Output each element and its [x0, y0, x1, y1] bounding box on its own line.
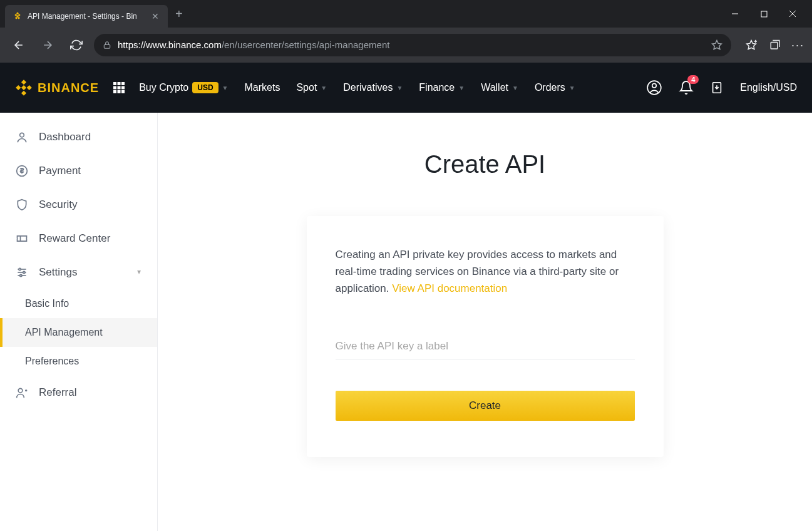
svg-point-22: [20, 133, 24, 137]
language-currency[interactable]: English/USD: [740, 82, 797, 93]
nav-orders[interactable]: Orders▼: [535, 82, 575, 93]
favorite-icon[interactable]: [711, 39, 722, 51]
nav-label: Finance: [419, 82, 455, 93]
browser-tab[interactable]: API Management - Settings - Bin ✕: [5, 5, 168, 28]
sidebar-item-security[interactable]: Security: [0, 188, 157, 222]
chevron-down-icon: ▼: [458, 85, 465, 91]
sidebar: Dashboard Payment Security Reward Center…: [0, 113, 158, 531]
nav-wallet[interactable]: Wallet▼: [481, 82, 518, 93]
forward-button[interactable]: [36, 34, 59, 56]
sidebar-item-settings[interactable]: Settings ▲: [0, 255, 157, 289]
tab-bar: API Management - Settings - Bin ✕ +: [0, 0, 812, 28]
more-menu-icon[interactable]: ···: [791, 39, 804, 52]
view-docs-link[interactable]: View API documentation: [392, 282, 507, 294]
add-user-icon: [15, 386, 29, 400]
ticket-icon: [15, 232, 29, 245]
page-title: Create API: [424, 150, 545, 178]
download-icon[interactable]: [710, 81, 724, 95]
url-box[interactable]: https://www.binance.com/en/usercenter/se…: [94, 34, 731, 56]
sidebar-item-referral[interactable]: Referral: [0, 376, 157, 410]
dollar-icon: [15, 164, 29, 178]
nav-markets[interactable]: Markets: [245, 82, 280, 93]
refresh-button[interactable]: [65, 34, 88, 56]
tab-title: API Management - Settings - Bin: [28, 12, 145, 21]
window-controls: [721, 4, 807, 24]
nav-label: Wallet: [481, 82, 508, 93]
svg-rect-14: [118, 86, 121, 90]
svg-point-29: [20, 274, 22, 276]
nav-spot[interactable]: Spot▼: [296, 82, 327, 93]
chevron-down-icon: ▼: [396, 85, 403, 91]
sidebar-label: Settings: [39, 266, 77, 279]
nav-finance[interactable]: Finance▼: [419, 82, 465, 93]
chevron-down-icon: ▼: [321, 85, 327, 91]
sidebar-label: Referral: [39, 386, 76, 399]
svg-rect-15: [121, 86, 125, 90]
svg-rect-17: [118, 90, 121, 93]
usd-badge: USD: [192, 82, 218, 93]
svg-rect-10: [113, 82, 116, 85]
svg-point-28: [23, 271, 25, 273]
sidebar-sub-preferences[interactable]: Preferences: [0, 347, 157, 376]
nav-label: Buy Crypto: [139, 82, 188, 93]
address-bar: https://www.binance.com/en/usercenter/se…: [0, 28, 812, 63]
lock-icon: [103, 41, 111, 49]
sidebar-label: Reward Center: [39, 232, 110, 245]
chevron-down-icon: ▼: [569, 85, 575, 91]
minimize-button[interactable]: [721, 4, 749, 24]
create-button[interactable]: Create: [336, 391, 635, 421]
sidebar-item-dashboard[interactable]: Dashboard: [0, 120, 157, 154]
account-icon[interactable]: [646, 80, 662, 96]
svg-rect-12: [121, 82, 125, 85]
close-window-button[interactable]: [778, 4, 807, 24]
shield-icon: [15, 198, 29, 212]
site-header: BINANCE Buy Crypto USD ▼ Markets Spot▼ D…: [0, 63, 812, 113]
svg-rect-11: [118, 82, 121, 85]
svg-rect-9: [771, 43, 778, 49]
svg-rect-1: [761, 11, 767, 17]
sidebar-label: Payment: [39, 165, 81, 177]
logo[interactable]: BINANCE: [15, 79, 99, 96]
notifications-icon[interactable]: 4: [679, 80, 694, 95]
nav-buy-crypto[interactable]: Buy Crypto USD ▼: [139, 82, 228, 93]
sidebar-item-reward-center[interactable]: Reward Center: [0, 222, 157, 255]
create-api-card: Creating an API private key provides acc…: [307, 216, 664, 457]
header-right: 4 English/USD: [646, 80, 797, 96]
chevron-up-icon: ▲: [136, 269, 142, 276]
sidebar-item-payment[interactable]: Payment: [0, 154, 157, 188]
tab-close-icon[interactable]: ✕: [150, 10, 160, 23]
collections-icon[interactable]: [768, 38, 783, 53]
nav-label: Derivatives: [343, 82, 393, 93]
nav-derivatives[interactable]: Derivatives▼: [343, 82, 403, 93]
nav-label: Spot: [296, 82, 317, 93]
svg-point-30: [18, 388, 23, 393]
sidebar-sub-basic-info[interactable]: Basic Info: [0, 289, 157, 318]
maximize-button[interactable]: [749, 4, 778, 24]
url-text: https://www.binance.com/en/usercenter/se…: [118, 39, 389, 51]
svg-rect-13: [113, 86, 116, 90]
api-label-input[interactable]: [336, 334, 635, 359]
card-description: Creating an API private key provides acc…: [336, 246, 635, 297]
svg-rect-16: [113, 90, 116, 93]
content: Create API Creating an API private key p…: [158, 113, 812, 531]
svg-rect-18: [121, 90, 125, 93]
sidebar-label: Dashboard: [39, 131, 91, 143]
sidebar-label: Security: [39, 198, 77, 211]
logo-text: BINANCE: [38, 81, 99, 95]
tab-favicon: [13, 11, 23, 21]
svg-point-27: [19, 268, 21, 270]
user-icon: [15, 130, 29, 144]
chevron-down-icon: ▼: [222, 85, 229, 91]
toolbar-right: ···: [737, 38, 804, 53]
apps-grid-icon[interactable]: [113, 81, 125, 94]
main: Dashboard Payment Security Reward Center…: [0, 113, 812, 531]
sliders-icon: [15, 266, 29, 279]
favorites-icon[interactable]: [744, 38, 759, 53]
back-button[interactable]: [8, 34, 30, 56]
sidebar-sub-api-management[interactable]: API Management: [0, 318, 157, 347]
chevron-down-icon: ▼: [512, 85, 518, 91]
nav-label: Orders: [535, 82, 565, 93]
svg-marker-5: [712, 41, 721, 49]
new-tab-button[interactable]: +: [168, 7, 190, 21]
nav-items: Buy Crypto USD ▼ Markets Spot▼ Derivativ…: [139, 82, 575, 93]
